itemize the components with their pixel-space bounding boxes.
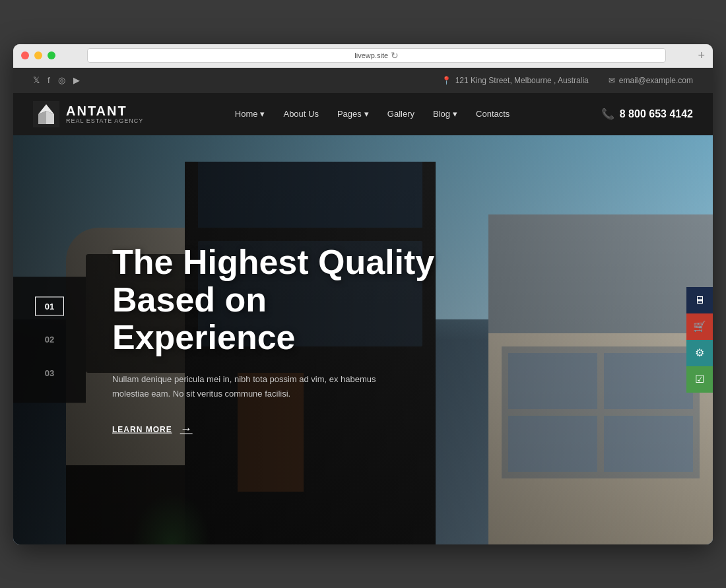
slide-indicator-1[interactable]: 01 <box>35 296 64 315</box>
nav-label-about-text: About Us <box>283 109 318 119</box>
cta-label: LEARN MORE <box>112 424 172 434</box>
logo-icon <box>33 101 59 127</box>
hero-title-line2: Based on Experience <box>112 280 296 356</box>
address-bar[interactable]: livewp.site ↻ <box>87 48 666 63</box>
nav-item-gallery[interactable]: Gallery <box>387 109 414 119</box>
logo-subtitle: Real Estate Agency <box>66 117 143 124</box>
address-text: 121 King Street, Melbourne , Australia <box>455 76 589 85</box>
phone-number: 8 800 653 4142 <box>620 108 693 120</box>
learn-more-button[interactable]: LEARN MORE → <box>112 422 193 436</box>
nav-label-gallery: Gallery <box>387 109 414 119</box>
hero-section: 01 02 03 The Highest Quality Based on Ex… <box>13 135 713 544</box>
toolbar-cart-button[interactable]: 🛒 <box>686 313 713 340</box>
location-icon: 📍 <box>442 76 451 85</box>
facebook-icon[interactable]: f <box>48 75 50 85</box>
logo[interactable]: ANTANT Real Estate Agency <box>33 101 143 127</box>
top-bar-right: 📍 121 King Street, Melbourne , Australia… <box>442 76 693 85</box>
side-toolbar: 🖥 🛒 ⚙ ☑ <box>686 287 713 393</box>
hero-title: The Highest Quality Based on Experience <box>112 243 455 356</box>
url-text: livewp.site <box>354 51 388 59</box>
youtube-icon[interactable]: ▶ <box>73 75 80 85</box>
toolbar-monitor-button[interactable]: 🖥 <box>686 287 713 313</box>
chevron-down-icon-blog: ▾ <box>453 109 457 119</box>
nav-link-about[interactable]: The Highest Quality About Us <box>283 109 318 119</box>
email-text: email@example.com <box>619 76 693 85</box>
nav-link-pages[interactable]: Pages ▾ <box>337 109 369 119</box>
nav-label-contacts: Contacts <box>476 109 510 119</box>
slide-indicator-3[interactable]: 03 <box>13 362 86 383</box>
site-wrapper: 𝕏 f ◎ ▶ 📍 121 King Street, Melbourne , A… <box>13 68 713 544</box>
nav-item-about[interactable]: The Highest Quality About Us <box>283 109 318 119</box>
toolbar-settings-button[interactable]: ⚙ <box>686 340 713 366</box>
toolbar-check-button[interactable]: ☑ <box>686 366 713 393</box>
check-icon: ☑ <box>695 373 704 385</box>
nav-link-gallery[interactable]: Gallery <box>387 109 414 119</box>
hero-title-line1: The Highest Quality <box>112 242 434 280</box>
nav-label-blog: Blog <box>433 109 450 119</box>
slide-indicators: 01 02 03 <box>13 277 86 403</box>
nav-link-blog[interactable]: Blog ▾ <box>433 109 457 119</box>
phone-icon: 📞 <box>601 108 614 120</box>
chevron-down-icon-pages: ▾ <box>364 109 369 119</box>
nav-menu: Home ▾ The Highest Quality About Us Page… <box>235 109 510 119</box>
nav-item-contacts[interactable]: Contacts <box>476 109 510 119</box>
browser-window: livewp.site ↻ + 𝕏 f ◎ ▶ 📍 121 King Stree… <box>13 44 713 544</box>
monitor-icon: 🖥 <box>694 294 705 306</box>
nav-item-home[interactable]: Home ▾ <box>235 109 265 119</box>
nav-link-contacts[interactable]: Contacts <box>476 109 510 119</box>
slide-indicator-2[interactable]: 02 <box>13 329 86 349</box>
arrow-icon: → <box>180 422 193 436</box>
nav-item-pages[interactable]: Pages ▾ <box>337 109 369 119</box>
maximize-dot[interactable] <box>48 51 55 59</box>
email-info: ✉ email@example.com <box>609 76 693 85</box>
browser-titlebar: livewp.site ↻ + <box>13 44 713 68</box>
gear-icon: ⚙ <box>695 346 704 359</box>
nav-link-home[interactable]: Home ▾ <box>235 109 265 119</box>
refresh-icon[interactable]: ↻ <box>391 50 399 61</box>
nav-item-blog[interactable]: Blog ▾ <box>433 109 457 119</box>
main-nav: ANTANT Real Estate Agency Home ▾ The Hig… <box>13 93 713 135</box>
nav-label-home: Home <box>235 109 258 119</box>
minimize-dot[interactable] <box>34 51 42 59</box>
social-icons: 𝕏 f ◎ ▶ <box>33 75 80 85</box>
cart-icon: 🛒 <box>693 320 706 333</box>
nav-phone: 📞 8 800 653 4142 <box>601 108 693 120</box>
logo-name: ANTANT <box>66 104 143 117</box>
new-tab-button[interactable]: + <box>698 49 705 63</box>
email-icon: ✉ <box>609 76 615 85</box>
nav-label-pages: Pages <box>337 109 362 119</box>
address-info: 📍 121 King Street, Melbourne , Australia <box>442 76 589 85</box>
logo-text: ANTANT Real Estate Agency <box>66 104 143 124</box>
chevron-down-icon: ▾ <box>260 109 265 119</box>
close-dot[interactable] <box>21 51 29 59</box>
top-bar: 𝕏 f ◎ ▶ 📍 121 King Street, Melbourne , A… <box>13 68 713 93</box>
instagram-icon[interactable]: ◎ <box>58 75 65 85</box>
hero-content: The Highest Quality Based on Experience … <box>112 243 455 436</box>
hero-description: Nullam denique pericula mei in, nibh tot… <box>112 372 376 401</box>
twitter-icon[interactable]: 𝕏 <box>33 75 40 85</box>
